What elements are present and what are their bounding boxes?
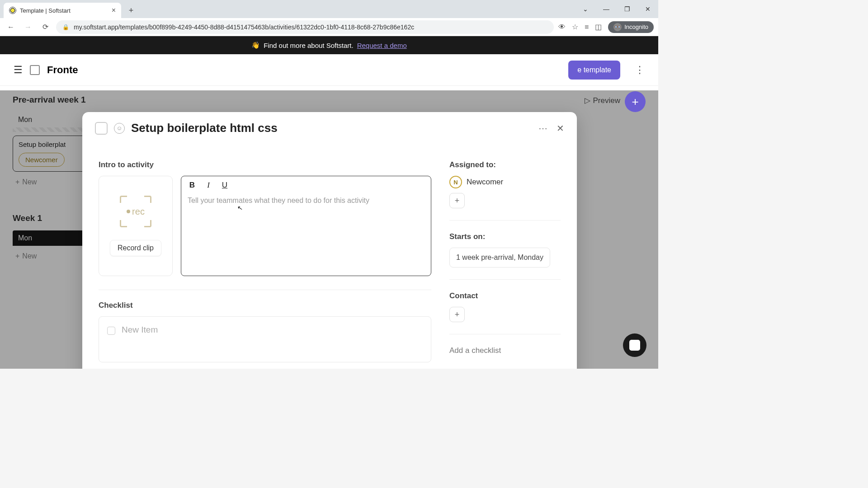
- minimize-icon[interactable]: ―: [596, 2, 617, 16]
- description-editor[interactable]: B I U Tell your teammates what they need…: [181, 176, 431, 276]
- close-modal-button[interactable]: ✕: [557, 123, 564, 134]
- record-frame-icon: rec: [120, 196, 151, 227]
- browser-tab[interactable]: Template | Softstart ×: [4, 3, 121, 18]
- editor-placeholder[interactable]: Tell your teammates what they need to do…: [181, 195, 431, 276]
- play-icon: ▷: [585, 96, 590, 105]
- italic-button[interactable]: I: [204, 181, 213, 190]
- page-title: Fronte: [47, 64, 78, 76]
- favicon-icon: [9, 7, 16, 14]
- reading-list-icon[interactable]: ≡: [585, 23, 589, 31]
- board-icon[interactable]: [30, 65, 40, 75]
- checklist-checkbox[interactable]: [107, 327, 115, 335]
- divider: [449, 220, 561, 221]
- wave-icon: 👋: [251, 41, 260, 49]
- underline-button[interactable]: U: [220, 181, 229, 190]
- add-assignee-button[interactable]: +: [449, 193, 465, 208]
- assigned-to-label: Assigned to:: [449, 160, 561, 169]
- complete-checkbox[interactable]: [95, 122, 108, 135]
- incognito-icon: 👓: [613, 23, 622, 31]
- more-horizontal-icon[interactable]: ⋯: [538, 123, 547, 134]
- url-input[interactable]: 🔒 my.softstart.app/templates/b00f899b-42…: [56, 20, 554, 34]
- avatar: N: [449, 176, 462, 188]
- share-template-button[interactable]: e template: [568, 61, 620, 80]
- close-window-icon[interactable]: ✕: [637, 2, 658, 16]
- preview-button[interactable]: ▷ Preview: [585, 96, 620, 105]
- chat-icon: [629, 340, 640, 351]
- maximize-icon[interactable]: ❐: [617, 2, 637, 16]
- tab-title: Template | Softstart: [20, 7, 71, 14]
- back-button[interactable]: ←: [5, 21, 17, 33]
- checklist-label: Checklist: [99, 301, 431, 310]
- intro-label: Intro to activity: [99, 160, 431, 169]
- promo-banner: 👋 Find out more about Softstart. Request…: [0, 36, 658, 54]
- chevron-down-icon[interactable]: ⌄: [575, 2, 596, 16]
- divider: [449, 334, 561, 334]
- page-header: ☰ Fronte e template ⋮: [0, 54, 658, 86]
- browser-tabbar: Template | Softstart × + ⌄ ― ❐ ✕: [0, 0, 658, 18]
- url-text: my.softstart.app/templates/b00f899b-4249…: [74, 23, 414, 31]
- divider: [99, 290, 431, 290]
- star-icon[interactable]: ☆: [572, 23, 578, 31]
- starts-on-label: Starts on:: [449, 232, 561, 241]
- intercom-chat-button[interactable]: [623, 333, 646, 357]
- start-date-button[interactable]: 1 week pre-arrival, Monday: [449, 248, 550, 267]
- banner-text: Find out more about Softstart.: [264, 42, 353, 49]
- lock-icon: 🔒: [62, 24, 69, 30]
- activity-modal: ☺ Setup boilerplate html css ⋯ ✕ Intro t…: [82, 112, 577, 369]
- menu-icon[interactable]: ☰: [14, 64, 23, 76]
- reload-button[interactable]: ⟳: [39, 21, 52, 33]
- add-checklist-link[interactable]: Add a checklist: [449, 346, 561, 355]
- record-clip-button[interactable]: Record clip: [110, 240, 161, 256]
- new-tab-button[interactable]: +: [125, 4, 137, 17]
- add-contact-button[interactable]: +: [449, 307, 465, 322]
- add-fab-button[interactable]: +: [625, 91, 646, 112]
- assignee-name: Newcomer: [467, 178, 503, 187]
- more-vertical-icon[interactable]: ⋮: [635, 64, 645, 76]
- emoji-picker-button[interactable]: ☺: [114, 123, 125, 134]
- close-tab-icon[interactable]: ×: [112, 6, 116, 14]
- address-bar: ← → ⟳ 🔒 my.softstart.app/templates/b00f8…: [0, 18, 658, 36]
- checklist-input[interactable]: New Item: [122, 325, 158, 335]
- request-demo-link[interactable]: Request a demo: [357, 42, 407, 49]
- checklist-item[interactable]: New Item: [99, 316, 431, 362]
- forward-button: →: [22, 21, 34, 33]
- divider: [449, 279, 561, 280]
- record-clip-box[interactable]: rec Record clip: [99, 176, 173, 276]
- modal-title[interactable]: Setup boilerplate html css: [131, 121, 278, 135]
- bold-button[interactable]: B: [188, 181, 197, 190]
- eye-off-icon[interactable]: 👁: [558, 23, 566, 31]
- assignee-chip[interactable]: N Newcomer: [449, 176, 561, 188]
- contact-label: Contact: [449, 291, 561, 300]
- side-panel-icon[interactable]: ◫: [595, 23, 602, 31]
- incognito-badge[interactable]: 👓 Incognito: [608, 21, 654, 33]
